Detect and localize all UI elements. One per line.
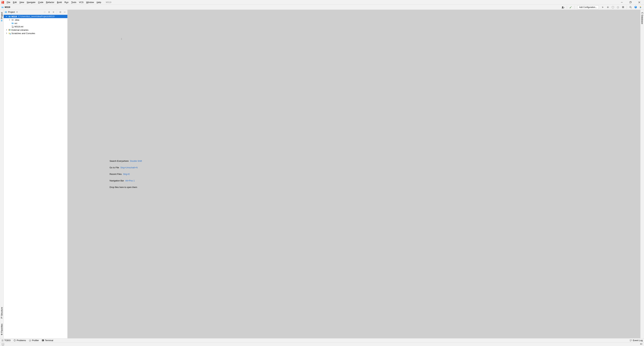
menu-navigate[interactable]: Navigate bbox=[26, 0, 37, 4]
menu-window[interactable]: Window bbox=[85, 0, 95, 4]
menu-run[interactable]: Run bbox=[63, 0, 70, 4]
svg-rect-21 bbox=[1, 317, 2, 318]
menu-file[interactable]: File bbox=[6, 0, 12, 4]
tree-label: Scratches and Consoles bbox=[12, 32, 35, 34]
structure-rail-icon bbox=[1, 317, 3, 319]
menu-vcs[interactable]: VCS bbox=[78, 0, 85, 4]
hint-label: Go to File bbox=[110, 166, 119, 169]
hint-drop-files: Drop files here to open them bbox=[110, 186, 137, 188]
chevron-right-icon[interactable] bbox=[8, 19, 11, 21]
svg-rect-32 bbox=[9, 29, 10, 31]
svg-rect-20 bbox=[1, 318, 3, 319]
run-icon[interactable] bbox=[601, 5, 605, 9]
project-header: Project ▾ bbox=[4, 10, 68, 14]
hint-label: Navigation Bar bbox=[110, 179, 124, 182]
svg-point-27 bbox=[60, 11, 61, 12]
bottom-tool-tabs: TODO Problems Profiler Terminal Event Lo… bbox=[0, 338, 644, 342]
svg-point-38 bbox=[14, 341, 15, 341]
add-configuration-button[interactable]: Add Configuration... bbox=[577, 5, 599, 9]
search-icon[interactable] bbox=[628, 5, 632, 9]
right-tool-rail: Database bbox=[640, 10, 644, 338]
breadcrumb-project: M319 bbox=[5, 6, 10, 8]
gear-icon[interactable] bbox=[59, 10, 62, 14]
svg-rect-19 bbox=[1, 20, 2, 21]
tree-node-scratches[interactable]: Scratches and Consoles bbox=[4, 31, 68, 35]
svg-point-16 bbox=[630, 6, 631, 7]
folder-icon bbox=[12, 19, 14, 21]
rail-tab-database[interactable]: Database bbox=[641, 11, 644, 25]
menu-code[interactable]: Code bbox=[37, 0, 45, 4]
svg-rect-1 bbox=[2, 1, 2, 2]
tab-todo[interactable]: TODO bbox=[1, 339, 10, 342]
svg-rect-24 bbox=[5, 11, 7, 11]
tab-event-log[interactable]: Event Log bbox=[630, 339, 643, 342]
menu-refactor[interactable]: Refactor bbox=[45, 0, 56, 4]
tree-label: src bbox=[14, 22, 17, 24]
tree-label: .idea bbox=[14, 19, 19, 21]
breadcrumb[interactable]: M319 bbox=[1, 6, 10, 8]
svg-rect-41 bbox=[42, 340, 44, 341]
hide-icon[interactable] bbox=[63, 10, 66, 14]
chevron-right-icon[interactable] bbox=[6, 32, 8, 34]
svg-point-26 bbox=[44, 12, 45, 12]
tab-problems[interactable]: Problems bbox=[14, 339, 26, 342]
rail-tab-project[interactable]: Project bbox=[0, 11, 3, 23]
tab-label: Event Log bbox=[633, 339, 643, 342]
tab-profiler[interactable]: Profiler bbox=[29, 339, 39, 342]
window-controls bbox=[620, 0, 643, 4]
scratches-icon bbox=[8, 32, 11, 34]
tree-node-external-libraries[interactable]: External Libraries bbox=[4, 28, 68, 31]
hint-shortcut: Double Shift bbox=[130, 160, 142, 162]
update-icon[interactable] bbox=[634, 5, 638, 9]
project-view-selector[interactable]: Project ▾ bbox=[5, 11, 18, 13]
tree-root-name: M319 bbox=[12, 15, 17, 18]
tree-node-src[interactable]: src bbox=[4, 21, 68, 25]
menu-view[interactable]: View bbox=[18, 0, 26, 4]
svg-rect-2 bbox=[2, 3, 3, 3]
menu-edit[interactable]: Edit bbox=[12, 0, 18, 4]
tree-node-iml[interactable]: M319.iml bbox=[4, 25, 68, 28]
chevron-right-icon[interactable] bbox=[6, 29, 8, 31]
tree-node-root[interactable]: M319 C:\Users\bzz_kevin\IdeaProjects\M31… bbox=[4, 15, 68, 18]
project-tree[interactable]: M319 C:\Users\bzz_kevin\IdeaProjects\M31… bbox=[4, 14, 68, 338]
hint-goto-file: Go to File Strg+Umschalt+N bbox=[110, 166, 138, 169]
editor-empty-state[interactable]: ⌶ Search Everywhere Double Shift Go to F… bbox=[68, 10, 640, 338]
build-icon[interactable] bbox=[569, 5, 573, 9]
background-tasks-icon[interactable] bbox=[640, 343, 643, 346]
coverage-icon[interactable] bbox=[611, 5, 615, 9]
rail-tab-favorites[interactable]: Favorites bbox=[0, 322, 3, 337]
collapse-all-icon[interactable] bbox=[52, 10, 55, 14]
menu-help[interactable]: Help bbox=[95, 0, 102, 4]
maximize-button[interactable] bbox=[628, 0, 632, 4]
chevron-down-icon[interactable] bbox=[6, 16, 8, 17]
rail-label-structure: Structure bbox=[0, 307, 3, 316]
tab-terminal[interactable]: Terminal bbox=[42, 339, 53, 342]
stop-icon[interactable] bbox=[621, 5, 625, 9]
star-icon bbox=[1, 333, 3, 335]
debug-icon[interactable] bbox=[606, 5, 610, 9]
libraries-icon bbox=[8, 29, 11, 31]
ide-features-icon[interactable] bbox=[638, 5, 643, 9]
svg-line-17 bbox=[631, 7, 632, 8]
project-view-icon bbox=[5, 11, 7, 13]
chevron-down-icon: ▾ bbox=[16, 11, 18, 13]
close-button[interactable] bbox=[637, 0, 641, 4]
locate-icon[interactable] bbox=[43, 10, 46, 14]
separator bbox=[567, 6, 567, 9]
menu-items: File Edit View Navigate Code Refactor Bu… bbox=[6, 0, 102, 4]
tree-node-idea[interactable]: .idea bbox=[4, 18, 68, 21]
hint-shortcut: Strg+E bbox=[123, 173, 130, 175]
code-with-me-icon[interactable] bbox=[561, 5, 565, 9]
svg-rect-33 bbox=[10, 29, 10, 31]
menu-tools[interactable]: Tools bbox=[70, 0, 78, 4]
profiler-run-icon[interactable] bbox=[616, 5, 620, 9]
rail-tab-structure[interactable]: Structure bbox=[0, 306, 3, 320]
menu-bar: File Edit View Navigate Code Refactor Bu… bbox=[0, 0, 644, 5]
problems-icon bbox=[14, 339, 16, 342]
expand-all-icon[interactable] bbox=[48, 10, 51, 14]
rail-label-project: Project bbox=[0, 12, 3, 19]
tool-windows-toggle-icon[interactable] bbox=[1, 343, 4, 346]
minimize-button[interactable] bbox=[620, 0, 624, 4]
menu-build[interactable]: Build bbox=[56, 0, 63, 4]
tab-label: TODO bbox=[4, 339, 10, 342]
